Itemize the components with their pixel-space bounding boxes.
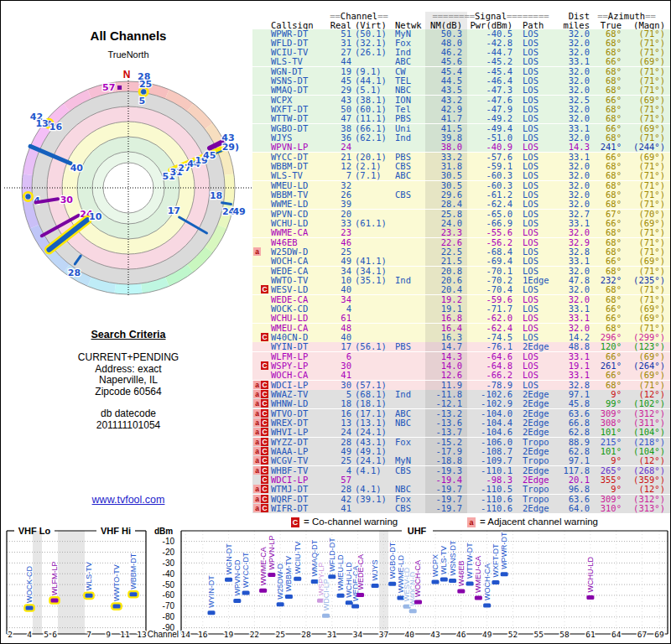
virtual-channel-cell: (18.1) — [355, 399, 393, 408]
network-cell — [395, 219, 424, 228]
site-link-wrap: www.tvfool.com — [28, 494, 229, 506]
distance-cell: 63.6 — [556, 495, 590, 504]
real-channel-cell: 39 — [325, 200, 351, 209]
virtual-channel-cell — [355, 181, 393, 190]
table-row: aCWTMJ-DT28(4.1)NBC-19.7-110.5Tropo96.89… — [252, 485, 670, 494]
network-cell: Fox — [395, 438, 424, 447]
channel-tick-label: 7 — [86, 630, 91, 639]
magnetic-azimuth-cell: (71°) — [625, 105, 665, 114]
virtual-channel-cell: (7.1) — [355, 171, 393, 180]
network-cell: PBS — [395, 114, 424, 123]
virtual-channel-cell — [355, 228, 393, 237]
dbm-tick-label: -50 — [163, 580, 175, 589]
network-cell: NBC — [395, 418, 424, 428]
radar-channel-label: 45 — [203, 150, 216, 161]
magnetic-azimuth-cell: (312°) — [625, 495, 665, 504]
magnetic-azimuth-cell: (71°) — [625, 181, 665, 190]
radar-channel-label: 57 — [102, 82, 115, 93]
network-cell — [395, 238, 424, 247]
station-label: WJYS — [371, 559, 379, 580]
station-square — [117, 86, 122, 90]
distance-cell: 32.0 — [556, 86, 590, 95]
virtual-channel-cell — [355, 361, 393, 371]
table-row: WLS-TV44ABC45.6-45.2LOS33.166°(69°) — [252, 57, 670, 66]
distance-cell: 32.0 — [556, 105, 590, 114]
power-dbm-cell: -109.7 — [469, 456, 512, 465]
station-label: WEDE-CA — [356, 554, 365, 590]
network-cell — [395, 314, 424, 323]
network-cell — [395, 399, 424, 408]
channel-tick-label: 61 — [585, 630, 596, 639]
station-marker — [440, 577, 448, 581]
search-mode: CURRENT+PENDING — [28, 352, 229, 364]
network-cell — [395, 247, 424, 257]
station-label: WBBM-DT — [129, 553, 138, 589]
station-label: WBBM-TV — [284, 556, 293, 592]
magnetic-azimuth-cell: (71°) — [625, 200, 665, 209]
station-marker — [322, 614, 330, 618]
tvfool-link[interactable]: www.tvfool.com — [92, 494, 165, 506]
station-marker — [492, 580, 499, 584]
callsign-cell: WOCH-CA — [271, 371, 326, 380]
true-azimuth-cell: 68° — [588, 285, 622, 294]
vhf-gap-band — [58, 531, 85, 634]
station-label: WMEU-LD — [336, 554, 345, 590]
true-azimuth-cell: 68° — [588, 181, 622, 190]
path-cell: 2Edge — [523, 342, 556, 351]
true-azimuth-cell: 241° — [588, 143, 622, 152]
channel-tick-label: 9 — [106, 630, 111, 639]
table-row: WTTW-DT47(11.1)PBS41.7-49.2LOS32.068°(71… — [252, 114, 670, 123]
magnetic-azimuth-cell: (69°) — [625, 314, 665, 323]
virtual-channel-cell — [355, 143, 393, 152]
nm-db-cell: -12.1 — [425, 399, 462, 408]
network-cell: MyN — [395, 456, 424, 465]
signal-table: ==Channel==========Signal========Dist==A… — [252, 12, 670, 515]
virtual-channel-cell — [355, 285, 393, 294]
table-row: aCWHNW-LD18(18.1)-12.1-102.92Edge45.899°… — [252, 399, 670, 408]
path-cell: Tropo — [523, 485, 556, 494]
station-marker — [356, 593, 364, 597]
adjacent-channel-warning-icon: a — [253, 409, 261, 418]
adjacent-channel-warning-icon: a — [253, 418, 261, 427]
virtual-channel-cell — [355, 238, 393, 247]
virtual-channel-cell: (62.1) — [355, 133, 393, 143]
dbm-tick-label: -80 — [163, 612, 175, 621]
real-channel-cell: 42 — [325, 495, 351, 504]
radar-channel-label: 29) — [222, 142, 239, 153]
power-dbm-cell: -62.0 — [469, 314, 512, 323]
virtual-channel-cell: (41.1) — [355, 257, 393, 266]
radar-channel-label: 18 — [210, 190, 222, 201]
real-channel-cell: 32 — [325, 181, 351, 190]
magnetic-azimuth-cell: (71°) — [625, 228, 665, 237]
radar-channel-label: 17 — [168, 205, 180, 216]
real-channel-cell: 47 — [325, 114, 351, 123]
callsign-cell: WOCH-CA — [271, 257, 326, 266]
dbm-tick-label: -60 — [163, 590, 175, 600]
network-cell: CBS — [395, 466, 424, 475]
search-criteria: Search Criteria CURRENT+PENDING Address:… — [28, 329, 229, 397]
callsign-cell: WQRF-DT — [271, 495, 326, 504]
magnetic-azimuth-cell: (71°) — [625, 29, 665, 39]
path-cell: LOS — [523, 86, 556, 95]
callsign-cell: WLS-TV — [271, 171, 326, 180]
real-channel-cell: 17 — [325, 342, 351, 351]
table-row: WLS-TV7(7.1)ABC30.5-60.3LOS32.068°(71°) — [252, 171, 670, 180]
power-dbm-cell: -60.3 — [469, 181, 512, 190]
nm-db-cell: 50.3 — [425, 29, 462, 39]
station-label: WOCH-CA — [483, 564, 492, 600]
table-row: WPWR-DT51(50.1)MyN50.3-40.5LOS32.068°(71… — [252, 29, 670, 39]
virtual-channel-cell: (50.1) — [355, 29, 393, 39]
magnetic-azimuth-cell: (71°) — [625, 285, 665, 294]
radar-channel-label: 40 — [70, 163, 84, 174]
radar-channel-label: 28 — [68, 267, 81, 278]
channel-tick-label: 11 — [120, 630, 130, 639]
vhf-hi-label: VHF Hi — [101, 526, 131, 536]
magnetic-azimuth-cell: (311°) — [625, 418, 665, 428]
co-channel-warning-icon: C — [261, 390, 268, 398]
virtual-channel-cell: (39.1) — [355, 495, 393, 504]
distance-cell: 33.1 — [556, 57, 590, 66]
table-row: aCWQRF-DT42(39.1)Fox-19.7-110.6Tropo63.6… — [252, 495, 670, 504]
adjacent-channel-warning-icon: a — [253, 485, 261, 493]
network-cell: CBS — [395, 190, 424, 200]
station-marker — [414, 600, 422, 604]
